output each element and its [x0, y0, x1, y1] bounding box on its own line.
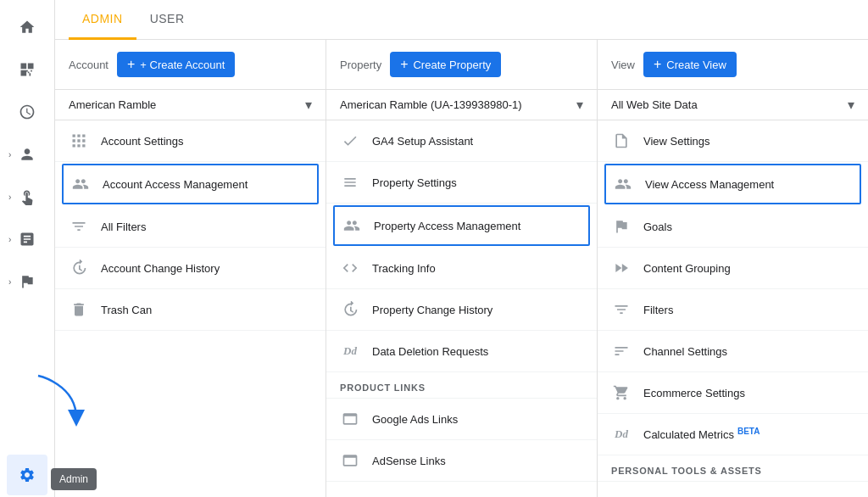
product-links-section: PRODUCT LINKS — [326, 372, 597, 399]
trash-can-item[interactable]: Trash Can — [55, 289, 326, 331]
account-change-history-item[interactable]: Account Change History — [55, 248, 326, 289]
calculated-metrics-item[interactable]: Dd Calculated MetricsBETA — [598, 414, 868, 455]
property-settings-icon — [340, 172, 360, 193]
account-column: Account + + Create Account American Ramb… — [55, 40, 326, 497]
adsense-links-icon — [340, 450, 360, 471]
account-settings-icon — [69, 131, 89, 151]
adsense-links-item[interactable]: AdSense Links — [326, 440, 597, 482]
property-change-history-item[interactable]: Property Change History — [326, 289, 597, 331]
all-filters-item[interactable]: All Filters — [55, 206, 326, 248]
sidebar-item-realtime[interactable] — [7, 92, 47, 132]
property-column-header: Property + Create Property — [326, 40, 597, 90]
property-settings-label: Property Settings — [372, 176, 457, 189]
account-change-history-icon — [69, 258, 89, 278]
account-column-label: Account — [69, 59, 108, 71]
goals-item[interactable]: Goals — [598, 206, 868, 248]
goals-icon — [611, 216, 632, 237]
account-dropdown-chevron: ▾ — [305, 97, 312, 113]
view-access-management-item[interactable]: View Access Management — [604, 164, 861, 204]
calculated-metrics-label: Calculated MetricsBETA — [643, 427, 760, 441]
view-menu-items: View Settings View Access Management Goa… — [598, 120, 868, 497]
personal-tools-section: PERSONAL TOOLS & ASSETS — [598, 455, 868, 482]
property-access-management-label: Property Access Management — [374, 220, 520, 232]
property-dropdown-value: American Ramble (UA-139938980-1) — [340, 98, 522, 111]
tab-user[interactable]: USER — [136, 0, 198, 40]
trash-can-icon — [69, 299, 89, 320]
tracking-info-icon — [340, 258, 360, 278]
data-deletion-requests-item[interactable]: Dd Data Deletion Requests — [326, 331, 597, 372]
sidebar-item-admin[interactable] — [7, 455, 47, 495]
property-change-history-icon — [340, 299, 360, 320]
view-column-header: View + Create View — [598, 40, 868, 90]
account-dropdown[interactable]: American Ramble ▾ — [55, 90, 326, 120]
data-deletion-requests-icon: Dd — [340, 341, 360, 361]
trash-can-label: Trash Can — [101, 304, 152, 316]
content-grouping-item[interactable]: Content Grouping — [598, 248, 868, 289]
view-column-label: View — [611, 59, 635, 71]
content-grouping-icon — [611, 258, 632, 278]
goals-label: Goals — [643, 221, 672, 233]
ecommerce-settings-label: Ecommerce Settings — [643, 387, 745, 399]
ecommerce-settings-icon — [611, 383, 632, 403]
ga4-setup-icon — [340, 131, 360, 151]
sidebar: › › › › Admin — [0, 0, 55, 497]
ecommerce-settings-item[interactable]: Ecommerce Settings — [598, 372, 868, 414]
view-access-management-label: View Access Management — [645, 178, 774, 191]
account-menu-items: Account Settings Account Access Manageme… — [55, 120, 326, 497]
ga4-setup-item[interactable]: GA4 Setup Assistant — [326, 120, 597, 162]
account-settings-label: Account Settings — [101, 135, 184, 148]
calculated-metrics-icon: Dd — [611, 424, 632, 444]
sidebar-item-dashboard[interactable] — [7, 49, 47, 90]
view-column: View + Create View All Web Site Data ▾ — [598, 40, 868, 497]
channel-settings-item[interactable]: Channel Settings — [598, 331, 868, 372]
view-settings-label: View Settings — [643, 135, 710, 148]
create-view-button[interactable]: + Create View — [643, 52, 737, 77]
sidebar-item-conversions[interactable]: › — [7, 261, 47, 302]
create-account-button[interactable]: + + Create Account — [117, 52, 235, 77]
property-dropdown-chevron: ▾ — [576, 97, 583, 113]
channel-settings-icon — [611, 341, 632, 361]
data-deletion-requests-label: Data Deletion Requests — [372, 345, 488, 358]
sidebar-item-home[interactable] — [7, 7, 47, 47]
property-access-management-item[interactable]: Property Access Management — [333, 205, 590, 246]
property-change-history-label: Property Change History — [372, 304, 492, 316]
create-property-button[interactable]: + Create Property — [390, 52, 501, 77]
columns-container: Account + + Create Account American Ramb… — [55, 40, 868, 497]
property-menu-items: GA4 Setup Assistant Property Settings Pr… — [326, 120, 597, 497]
account-access-management-label: Account Access Management — [103, 178, 248, 191]
account-dropdown-value: American Ramble — [69, 98, 156, 111]
view-settings-item[interactable]: View Settings — [598, 120, 868, 162]
google-ads-links-icon — [340, 409, 360, 429]
arrow-annotation — [25, 367, 93, 438]
property-dropdown[interactable]: American Ramble (UA-139938980-1) ▾ — [326, 90, 597, 120]
view-settings-icon — [611, 131, 632, 151]
tracking-info-item[interactable]: Tracking Info — [326, 248, 597, 289]
google-ads-links-item[interactable]: Google Ads Links — [326, 399, 597, 440]
account-access-management-icon — [70, 174, 91, 194]
property-settings-item[interactable]: Property Settings — [326, 162, 597, 204]
channel-settings-label: Channel Settings — [643, 345, 727, 358]
account-access-management-item[interactable]: Account Access Management — [62, 164, 319, 204]
filters-icon — [611, 299, 632, 320]
view-dropdown[interactable]: All Web Site Data ▾ — [598, 90, 868, 120]
sidebar-item-audience[interactable]: › — [7, 134, 47, 175]
sidebar-item-behavior[interactable]: › — [7, 219, 47, 260]
admin-tooltip: Admin — [51, 468, 97, 490]
all-filters-label: All Filters — [101, 221, 146, 233]
content-grouping-label: Content Grouping — [643, 262, 731, 275]
sidebar-item-acquisition[interactable]: › — [7, 176, 47, 217]
filters-item[interactable]: Filters — [598, 289, 868, 331]
adsense-links-label: AdSense Links — [372, 455, 446, 467]
filters-label: Filters — [643, 304, 673, 316]
account-settings-item[interactable]: Account Settings — [55, 120, 326, 162]
view-dropdown-value: All Web Site Data — [611, 98, 698, 111]
property-access-management-icon — [342, 215, 362, 236]
google-ads-links-label: Google Ads Links — [372, 413, 458, 426]
all-filters-icon — [69, 216, 89, 237]
account-change-history-label: Account Change History — [101, 262, 220, 275]
main-content: ADMIN USER Account + + Create Account Am… — [55, 0, 868, 497]
tab-admin[interactable]: ADMIN — [69, 0, 136, 40]
view-dropdown-chevron: ▾ — [848, 97, 854, 113]
property-column: Property + Create Property American Ramb… — [326, 40, 598, 497]
account-column-header: Account + + Create Account — [55, 40, 326, 90]
